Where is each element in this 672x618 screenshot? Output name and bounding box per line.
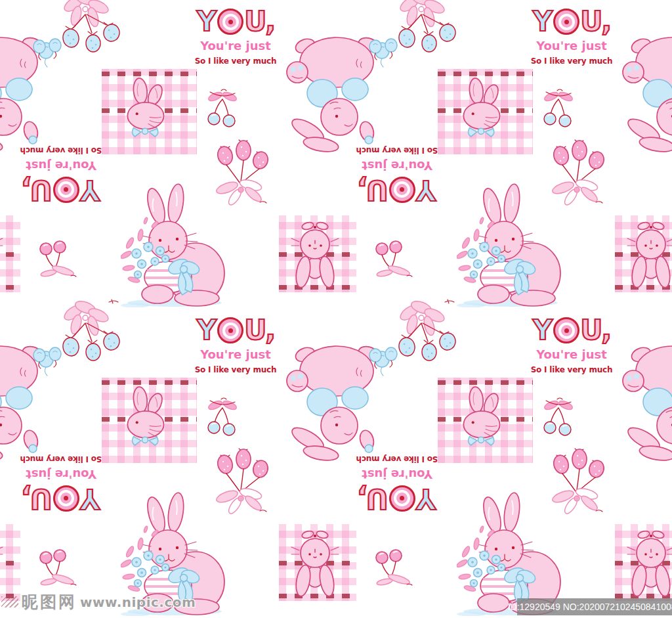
balloons-motif: [32, 38, 63, 62]
bullseye-dot: [400, 497, 404, 501]
bunny-ear: [469, 386, 484, 413]
bullseye-ring: [558, 14, 575, 30]
bunny-foot: [287, 62, 308, 83]
blue-strawberries: [398, 22, 457, 52]
bunny-head: [127, 411, 163, 438]
gingham-patch: [102, 69, 197, 154]
bunny-ear: [303, 135, 340, 154]
bunny-ear: [318, 564, 336, 598]
bunny-ear: [502, 183, 522, 224]
strawberry: [216, 145, 234, 166]
letter-u-comma: U,: [244, 317, 274, 344]
gingham-patch: [102, 378, 197, 463]
tulips-motif: [33, 549, 79, 590]
you-line2: You're just: [20, 159, 102, 173]
bunny-eye: [472, 421, 474, 424]
pattern-tile: Y U, You're just So I like very much: [336, 309, 672, 617]
you-word: Y U,: [20, 175, 102, 205]
pink-bow: [301, 221, 329, 231]
you-word: Y U,: [356, 483, 438, 514]
blue-bow: [132, 437, 158, 445]
bunny-eye: [644, 244, 647, 247]
bunny-eye: [644, 553, 647, 556]
strawberry: [236, 449, 251, 469]
bunny-bouquet-motif: [457, 183, 562, 307]
bunny-head: [637, 230, 665, 259]
strawberry: [552, 454, 570, 475]
lop-bunny-motif: [290, 528, 341, 598]
hatch-icon: [1, 596, 18, 607]
bunny-eye: [136, 421, 138, 424]
strawberry: [587, 458, 606, 479]
watermark-site-name: 昵图网: [22, 591, 77, 613]
blue-bow: [132, 128, 158, 137]
tulip-leaf: [40, 578, 56, 586]
letter-o-bullseye: [553, 9, 579, 35]
bunny-ear: [630, 564, 648, 598]
bunny-eye: [159, 239, 161, 242]
bunny-ear: [639, 443, 672, 462]
bunny-ear: [318, 255, 336, 289]
bunny-eye: [512, 238, 514, 240]
balloons-motif: [368, 347, 399, 370]
bunny-foot: [623, 62, 644, 83]
lop-bunny-motif: [626, 528, 672, 598]
bunny-eye: [136, 112, 138, 115]
side-bunny-motif: [456, 386, 509, 446]
bunny-ear: [480, 495, 505, 535]
strawberry: [251, 458, 270, 479]
pattern-tile: Y U, You're just So I like very much: [336, 0, 672, 309]
letter-y: Y: [197, 8, 217, 35]
bunny-ear: [144, 495, 169, 535]
you-word: Y U,: [530, 315, 613, 345]
letter-o-bullseye: [53, 485, 79, 512]
strawberry: [587, 150, 606, 170]
bullseye-dot: [228, 328, 233, 333]
lop-bunny-motif: [290, 219, 341, 289]
cherries-motif: [205, 395, 240, 439]
strawberry: [572, 141, 587, 160]
letter-o-bullseye: [553, 317, 579, 343]
blossom-flower: [62, 299, 118, 336]
bunny-eye: [472, 112, 474, 115]
bullseye-dot: [228, 20, 233, 24]
you-line3: So I like very much: [530, 56, 613, 66]
bullseye-dot: [564, 328, 569, 333]
bunny-eye: [512, 546, 514, 549]
bullseye-ring: [558, 322, 575, 339]
you-line3: So I like very much: [194, 56, 277, 66]
tulip-leaf: [40, 269, 56, 278]
bunny-ear: [639, 135, 672, 154]
letter-y: Y: [533, 317, 553, 344]
letter-u-comma: U,: [358, 485, 388, 512]
bunny-ear: [469, 77, 484, 104]
maroon-stripe: [102, 72, 197, 76]
bullseye-ring: [394, 491, 410, 507]
bunny-ear: [294, 564, 312, 598]
bunny-eye: [320, 244, 322, 247]
bunny-eye: [495, 548, 497, 550]
watermark-id-text: ID:12920549 NO:20200721024508410083: [508, 602, 672, 612]
bunny-ear: [133, 77, 148, 104]
bunny-eye: [656, 553, 658, 556]
tulips-motif: [369, 240, 415, 281]
blue-strawberries: [62, 331, 121, 361]
letter-o-bullseye: [53, 177, 79, 203]
bunny-eye: [495, 239, 497, 242]
bunny-head: [301, 230, 329, 259]
watermark-nipic: 昵图网 www.nipic.com: [1, 591, 196, 613]
strawberry: [251, 150, 270, 170]
bunny-bouquet-motif: [121, 183, 226, 307]
blue-bow: [468, 437, 494, 445]
letter-u-comma: U,: [358, 176, 388, 204]
blossom-flower: [398, 299, 454, 336]
strawberry: [216, 454, 234, 475]
pink-bow: [301, 530, 329, 539]
seamless-bunny-pattern: Y U, You're just So I like very much: [0, 0, 672, 618]
handstand-bunny-motif: [615, 342, 672, 463]
you-line2: You're just: [356, 468, 438, 481]
letter-o-bullseye: [389, 177, 415, 203]
you-word: Y U,: [20, 483, 102, 514]
you-text-block-inverted: Y U, You're just So I like very much: [20, 454, 102, 514]
you-text-block: Y U, You're just So I like very much: [530, 7, 613, 66]
